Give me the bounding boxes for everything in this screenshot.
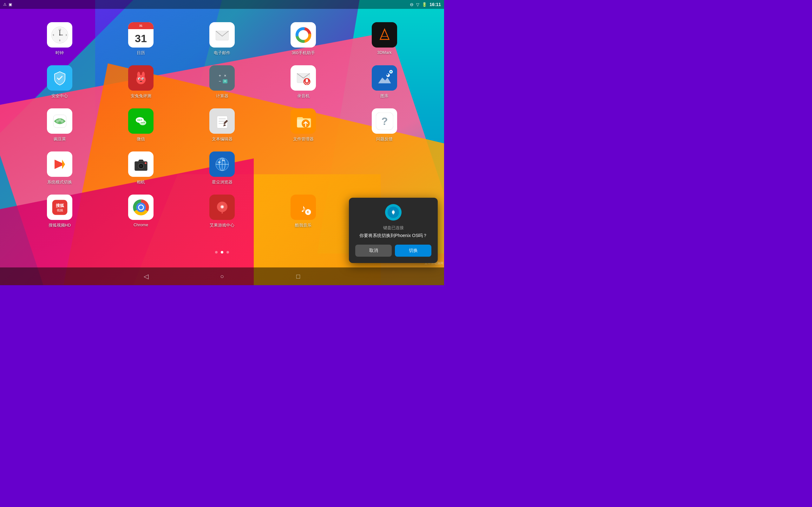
app-icon-wandou [47,108,72,134]
calendar-header: 31 [128,22,154,29]
app-email[interactable]: 电子邮件 [182,19,263,59]
app-label-gallery: 图库 [380,93,389,99]
app-clock[interactable]: 12 6 9 3 时钟 [19,19,100,59]
app-calendar[interactable]: 31 31 日历 [100,19,182,59]
app-label-3dmark: 3DMark [377,50,392,55]
switch-svg [51,156,68,173]
aigames-svg [213,199,231,216]
app-icon-camera [128,152,154,177]
antutu-svg [132,69,150,87]
svg-point-87 [139,205,143,210]
email-svg [213,26,231,44]
app-icon-3dmark [372,22,397,48]
app-sohu[interactable]: 搜狐 视频 搜狐视频HD [19,191,100,231]
app-icon-calc: + × − = [209,65,235,91]
dialog-buttons: 取消 切换 [355,245,432,257]
app-360[interactable]: 360手机助手 [263,19,344,59]
svg-point-91 [221,206,223,208]
app-kuwo[interactable]: ♪ K 酷我音乐 [263,191,344,231]
app-security[interactable]: 安全中心 [19,62,100,102]
svg-point-74 [145,162,147,164]
page-dot-3[interactable] [226,251,229,253]
svg-text:视频: 视频 [56,209,63,212]
360-svg [295,26,312,44]
app-chrome[interactable]: Chrome [100,191,182,231]
app-icon-small: ▣ [9,2,12,7]
camera-svg [132,156,150,173]
app-empty2 [344,148,425,188]
app-label-camera: 相机 [137,179,145,185]
app-label-chrome: Chrome [134,222,148,227]
app-wechat[interactable]: 微信 [100,105,182,145]
battery-minus-icon: ⊖ [410,2,414,7]
sohu-svg: 搜狐 视频 [51,199,68,216]
svg-point-40 [390,71,392,72]
app-recorder[interactable]: 录音机 [263,62,344,102]
svg-point-38 [386,73,388,75]
app-icon-clock: 12 6 9 3 [47,22,72,48]
app-icon-email [209,22,235,48]
dialog-icon-inner [388,207,399,218]
cancel-button[interactable]: 取消 [355,245,392,257]
svg-point-54 [144,122,145,123]
app-icon-browser [209,152,235,177]
app-browser[interactable]: 星尘浏览器 [182,148,263,188]
svg-text:×: × [224,73,226,78]
status-left: ⚠ ▣ [3,2,12,7]
app-icon-filemanager [291,108,316,134]
security-svg [51,69,68,87]
kuwo-svg: ♪ K [295,199,312,216]
app-editor[interactable]: 文本编辑器 [182,105,263,145]
3dmark-svg [376,26,393,44]
svg-rect-34 [305,79,308,82]
app-gallery[interactable]: 图库 [344,62,425,102]
app-label-wandou: 豌豆荚 [54,136,66,142]
svg-rect-25 [213,69,231,87]
app-3dmark[interactable]: 3DMark [344,19,425,59]
svg-point-8 [59,34,60,36]
svg-text:−: − [218,79,221,83]
app-icon-switch [47,152,72,177]
app-wandou[interactable]: 豌豆荚 [19,105,100,145]
dialog-message: 你要将系统切换到Phoenix OS吗？ [355,233,432,239]
app-antutu[interactable]: 安兔兔评测 [100,62,182,102]
dialog-icon [385,204,402,221]
app-aigames[interactable]: 艾果游戏中心 [182,191,263,231]
status-right: ⊖ ▽ 🔋 16:11 [410,2,441,7]
app-label-sohu: 搜狐视频HD [49,222,71,228]
svg-point-49 [139,119,141,121]
app-icon-gallery [372,65,397,91]
svg-text:=: = [223,78,226,83]
dialog-title: 键盘已连接 [355,225,432,231]
clock-display: 16:11 [429,2,441,7]
page-dot-2[interactable] [221,251,223,253]
app-switch[interactable]: 系统模式切换 [19,148,100,188]
app-filemanager[interactable]: 文件管理器 [263,105,344,145]
battery-icon: 🔋 [422,2,427,7]
app-label-360: 360手机助手 [292,50,315,56]
svg-text:搜狐: 搜狐 [55,203,64,208]
back-button[interactable]: ◁ [140,270,152,283]
page-dot-1[interactable] [215,251,217,253]
svg-point-99 [392,211,395,214]
app-feedback[interactable]: ? 问题反馈 [344,105,425,145]
app-label-recorder: 录音机 [297,93,310,99]
wechat-svg [132,112,150,130]
svg-point-20 [136,75,145,84]
app-camera[interactable]: 相机 [100,148,182,188]
app-icon-wechat [128,108,154,134]
confirm-button[interactable]: 切换 [395,245,432,257]
svg-point-73 [139,164,142,167]
app-label-calc: 计算器 [216,93,229,99]
svg-text:9: 9 [53,34,54,37]
home-button[interactable]: ○ [216,270,229,283]
page-indicators [215,251,229,253]
app-label-antutu: 安兔兔评测 [131,93,151,99]
app-label-clock: 时钟 [55,50,64,56]
app-calc[interactable]: + × − = 计算器 [182,62,263,102]
app-label-calendar: 日历 [137,50,145,56]
svg-point-53 [142,122,143,123]
nav-bar: ◁ ○ □ [0,268,444,285]
wifi-icon: ▽ [416,2,419,7]
recent-button[interactable]: □ [292,270,305,283]
